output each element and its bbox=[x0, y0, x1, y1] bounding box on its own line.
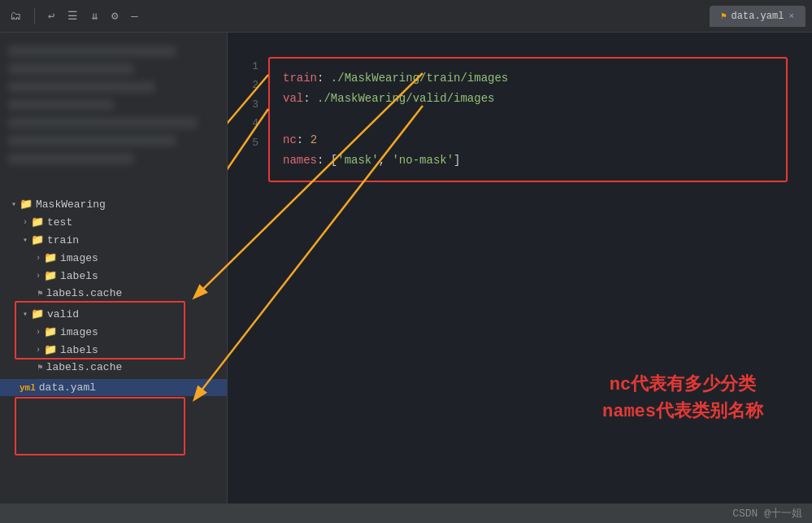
label-data-yaml: data.yaml bbox=[39, 381, 96, 394]
structure-icon[interactable]: ☰ bbox=[64, 7, 81, 24]
blurred-row-6 bbox=[8, 135, 176, 146]
code-line-1: train: ./MaskWearing/train/images bbox=[283, 68, 773, 89]
keyword-nc: nc bbox=[283, 133, 297, 146]
separator-1 bbox=[34, 8, 35, 24]
arrow-train-labels: › bbox=[33, 272, 44, 281]
valid-highlight-box bbox=[15, 397, 185, 455]
blurred-row-3 bbox=[8, 81, 155, 93]
label-train: train bbox=[47, 234, 79, 246]
settings-icon[interactable]: ⚙ bbox=[108, 7, 121, 24]
arrow-valid-images: › bbox=[33, 328, 44, 337]
folder-icon-valid-labels: 📁 bbox=[44, 343, 57, 356]
arrow-test: › bbox=[20, 218, 31, 227]
arrow-valid: ▾ bbox=[20, 309, 31, 319]
keyword-val: val bbox=[283, 92, 303, 105]
blurred-row-7 bbox=[8, 153, 134, 164]
tree-item-train-images[interactable]: › 📁 images bbox=[0, 249, 227, 267]
value-nc: 2 bbox=[310, 133, 317, 146]
tree-item-data-yaml[interactable]: yml data.yaml bbox=[0, 379, 227, 396]
blurred-row-1 bbox=[8, 46, 176, 57]
minus-icon[interactable]: — bbox=[128, 8, 141, 24]
annotation-block: nc代表有多少分类 names代表类别名称 bbox=[602, 372, 763, 425]
folder-icon-train-images: 📁 bbox=[44, 251, 57, 264]
tree-item-maskwearing[interactable]: ▾ 📁 MaskWearing bbox=[0, 195, 227, 213]
folder-icon-valid: 📁 bbox=[31, 307, 44, 320]
tree-item-train-labels-cache[interactable]: ⚑ labels.cache bbox=[0, 285, 227, 302]
tab-data-yaml[interactable]: ⚑ data.yaml × bbox=[710, 6, 805, 27]
code-line-4: nc: 2 bbox=[283, 130, 773, 150]
label-train-labels: labels bbox=[60, 270, 98, 282]
tree-item-test[interactable]: › 📁 test bbox=[0, 213, 227, 231]
tab-label: data.yaml bbox=[732, 11, 784, 22]
line-num-4: 4 bbox=[228, 114, 258, 133]
label-valid-labels-cache: labels.cache bbox=[46, 361, 123, 373]
folder-icon-train-labels: 📁 bbox=[44, 269, 57, 282]
arrow-maskwearing: ▾ bbox=[8, 199, 20, 209]
collapse-icon[interactable]: ⇊ bbox=[88, 7, 101, 24]
sidebar: ▾ 📁 MaskWearing › 📁 test ▾ 📁 train › 📁 i… bbox=[0, 33, 228, 523]
folder-icon-train: 📁 bbox=[31, 233, 44, 246]
tree-item-valid-labels[interactable]: › 📁 labels bbox=[0, 341, 227, 359]
tab-bar: ⚑ data.yaml × bbox=[710, 6, 805, 27]
tree-item-valid-labels-cache[interactable]: ⚑ labels.cache bbox=[0, 359, 227, 376]
blurred-row-4 bbox=[8, 99, 114, 111]
code-line-2: val: ./MaskWearing/valid/images bbox=[283, 89, 773, 109]
path-train: ./MaskWearing/train/images bbox=[331, 72, 508, 85]
watermark-text: CSDN @十一姐 bbox=[732, 506, 802, 521]
status-bar: CSDN @十一姐 bbox=[0, 503, 812, 523]
name-no-mask: 'no-mask' bbox=[392, 154, 454, 167]
tree-item-valid[interactable]: ▾ 📁 valid bbox=[0, 305, 227, 323]
tree-item-train-labels[interactable]: › 📁 labels bbox=[0, 267, 227, 285]
line-num-2: 2 bbox=[228, 76, 258, 94]
blurred-project-area bbox=[0, 33, 227, 195]
arrow-train: ▾ bbox=[20, 235, 31, 245]
blurred-row-5 bbox=[8, 117, 198, 129]
label-maskwearing: MaskWearing bbox=[36, 198, 106, 211]
folder-icon-maskwearing: 📁 bbox=[20, 198, 33, 211]
blurred-row-2 bbox=[8, 63, 134, 75]
app-icon: 🗂 bbox=[7, 8, 24, 24]
editor-area: 1 2 3 4 5 train: ./MaskWearing/train/ima… bbox=[228, 33, 812, 523]
main-layout: ▾ 📁 MaskWearing › 📁 test ▾ 📁 train › 📁 i… bbox=[0, 33, 812, 523]
label-valid: valid bbox=[47, 308, 79, 320]
cache-icon-train: ⚑ bbox=[37, 288, 43, 299]
file-tree: ▾ 📁 MaskWearing › 📁 test ▾ 📁 train › 📁 i… bbox=[0, 195, 227, 396]
line-num-3: 3 bbox=[228, 95, 258, 114]
label-valid-images: images bbox=[60, 326, 98, 338]
tab-close-button[interactable]: × bbox=[788, 11, 794, 21]
line-num-1: 1 bbox=[228, 57, 258, 76]
tree-item-train[interactable]: ▾ 📁 train bbox=[0, 231, 227, 249]
code-line-3 bbox=[283, 109, 773, 129]
keyword-names: names bbox=[283, 154, 317, 167]
label-test: test bbox=[47, 216, 72, 229]
arrow-valid-labels: › bbox=[33, 346, 44, 355]
folder-icon-test: 📁 bbox=[31, 216, 44, 229]
line-num-5: 5 bbox=[228, 133, 258, 152]
path-val: ./MaskWearing/valid/images bbox=[317, 92, 494, 105]
code-block: train: ./MaskWearing/train/images val: .… bbox=[268, 57, 788, 182]
annotation-line2: names代表类别名称 bbox=[602, 399, 763, 425]
arrow-train-images: › bbox=[33, 254, 44, 263]
toolbar: 🗂 ↩ ☰ ⇊ ⚙ — ⚑ data.yaml × bbox=[0, 0, 812, 33]
svg-line-1 bbox=[228, 109, 268, 431]
label-train-images: images bbox=[60, 252, 98, 264]
keyword-train: train bbox=[283, 72, 317, 85]
name-mask: 'mask' bbox=[337, 154, 378, 167]
cache-icon-valid: ⚑ bbox=[37, 362, 43, 373]
annotation-line1: nc代表有多少分类 bbox=[602, 372, 763, 399]
yaml-tab-icon: ⚑ bbox=[721, 11, 727, 21]
label-train-labels-cache: labels.cache bbox=[46, 287, 123, 299]
code-line-5: names: ['mask', 'no-mask'] bbox=[283, 150, 773, 171]
yaml-icon-datayaml: yml bbox=[20, 383, 36, 393]
folder-icon-valid-images: 📁 bbox=[44, 325, 57, 338]
line-numbers: 1 2 3 4 5 bbox=[228, 57, 267, 152]
undo-icon[interactable]: ↩ bbox=[45, 7, 58, 24]
tree-item-valid-images[interactable]: › 📁 images bbox=[0, 323, 227, 341]
label-valid-labels: labels bbox=[60, 344, 98, 356]
